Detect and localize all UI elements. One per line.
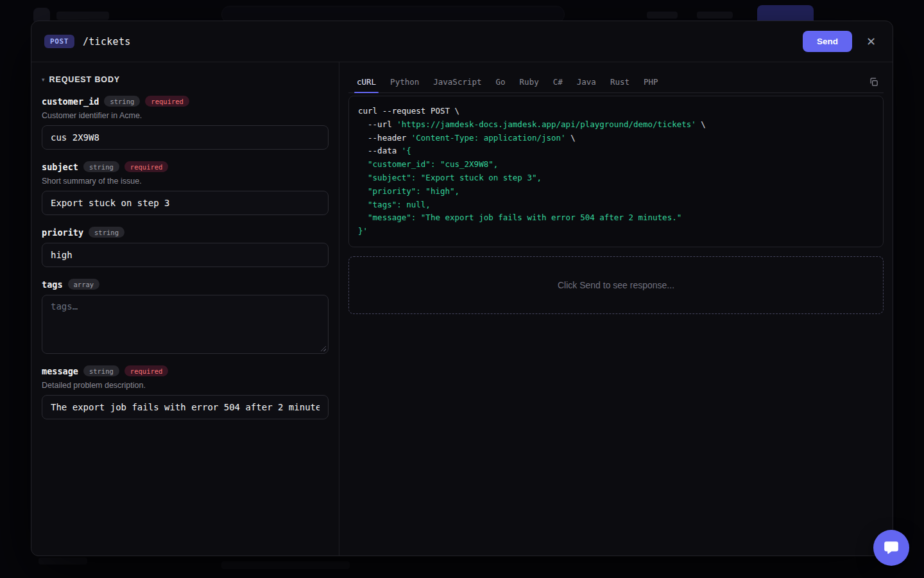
code-line: "tags": null, — [358, 198, 874, 212]
chat-widget-button[interactable] — [873, 530, 909, 566]
language-tabs: cURLPythonJavaScriptGoRubyC#JavaRustPHP — [348, 71, 884, 93]
curl-code-block[interactable]: curl --request POST \ --url 'https://jam… — [348, 96, 884, 247]
close-icon[interactable]: ✕ — [862, 32, 880, 51]
type-badge: string — [83, 365, 119, 376]
field-head: tags array — [42, 279, 329, 290]
type-badge: string — [104, 96, 140, 107]
field-description: Short summary of the issue. — [42, 177, 329, 186]
code-line: }' — [358, 225, 874, 238]
field-head: customer_id string required — [42, 96, 329, 107]
code-tab-javascript[interactable]: JavaScript — [426, 71, 488, 92]
required-badge: required — [124, 161, 169, 172]
subject-input[interactable] — [42, 191, 329, 215]
field-message: message string required Detailed problem… — [42, 365, 329, 419]
required-badge: required — [124, 365, 169, 376]
code-tab-c[interactable]: C# — [546, 71, 570, 92]
field-head: message string required — [42, 365, 329, 376]
code-panel: cURLPythonJavaScriptGoRubyC#JavaRustPHP … — [339, 62, 893, 556]
field-name: priority — [42, 227, 83, 238]
modal-header: POST /tickets Send ✕ — [31, 21, 893, 62]
response-area: Click Send to see response... — [348, 256, 884, 314]
language-tabs-list: cURLPythonJavaScriptGoRubyC#JavaRustPHP — [350, 71, 665, 92]
api-playground-modal: POST /tickets Send ✕ ▾ REQUEST BODY cust… — [31, 21, 893, 556]
code-tab-go[interactable]: Go — [489, 71, 513, 92]
message-input[interactable] — [42, 395, 329, 419]
code-tab-php[interactable]: PHP — [637, 71, 665, 92]
http-method-badge: POST — [44, 35, 74, 48]
type-badge: string — [89, 227, 124, 238]
field-customer-id: customer_id string required Customer ide… — [42, 96, 329, 150]
field-description: Detailed problem description. — [42, 381, 329, 390]
field-name: tags — [42, 279, 63, 290]
modal-body: ▾ REQUEST BODY customer_id string requir… — [31, 62, 893, 556]
code-line: "message": "The export job fails with er… — [358, 211, 874, 225]
code-line: --url 'https://jamdesk-docs.jamdesk.app/… — [358, 118, 874, 132]
type-badge: array — [68, 279, 100, 290]
code-tab-curl[interactable]: cURL — [350, 71, 383, 92]
field-name: subject — [42, 162, 78, 172]
code-line: "subject": "Export stuck on step 3", — [358, 171, 874, 185]
code-tab-python[interactable]: Python — [383, 71, 426, 92]
copy-icon[interactable] — [865, 73, 882, 91]
customer-id-input[interactable] — [42, 125, 329, 150]
field-head: subject string required — [42, 161, 329, 172]
chevron-down-icon: ▾ — [42, 77, 45, 83]
code-line: "customer_id": "cus_2X9W8", — [358, 158, 874, 171]
field-tags: tags array — [42, 279, 329, 354]
code-tab-java[interactable]: Java — [570, 71, 603, 92]
code-line: curl --request POST \ — [358, 105, 874, 118]
tags-textarea[interactable] — [42, 295, 329, 354]
required-badge: required — [145, 96, 189, 107]
section-title: REQUEST BODY — [49, 75, 121, 84]
priority-input[interactable] — [42, 243, 329, 267]
response-placeholder-text: Click Send to see response... — [558, 280, 674, 290]
send-button[interactable]: Send — [803, 31, 852, 52]
field-head: priority string — [42, 227, 329, 238]
code-line: --data '{ — [358, 144, 874, 158]
code-line: --header 'Content-Type: application/json… — [358, 132, 874, 145]
field-description: Customer identifier in Acme. — [42, 111, 329, 120]
code-tab-ruby[interactable]: Ruby — [513, 71, 546, 92]
field-name: message — [42, 366, 78, 376]
code-line: "priority": "high", — [358, 185, 874, 198]
code-tab-rust[interactable]: Rust — [603, 71, 637, 92]
endpoint-path: /tickets — [83, 36, 131, 48]
field-subject: subject string required Short summary of… — [42, 161, 329, 215]
field-priority: priority string — [42, 227, 329, 267]
request-body-panel: ▾ REQUEST BODY customer_id string requir… — [31, 62, 339, 556]
field-name: customer_id — [42, 96, 99, 107]
chat-bubble-icon — [883, 539, 900, 556]
request-body-section-header[interactable]: ▾ REQUEST BODY — [42, 75, 329, 84]
type-badge: string — [83, 161, 119, 172]
